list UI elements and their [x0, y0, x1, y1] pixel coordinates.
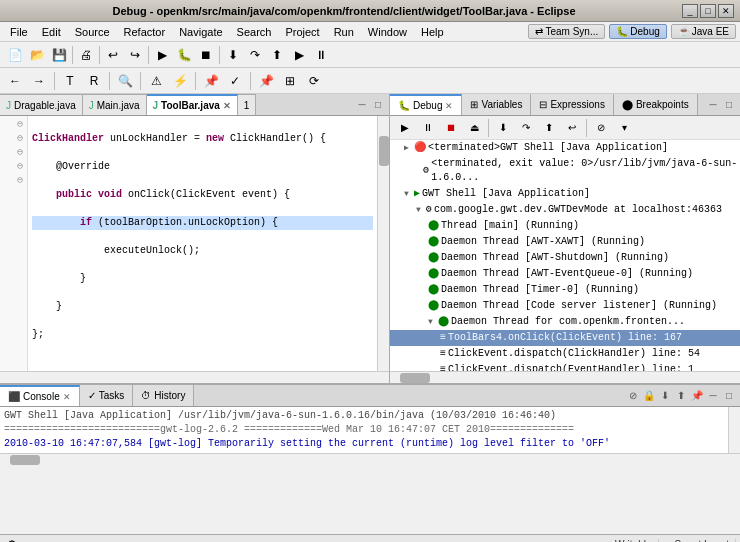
maximize-debug[interactable]: □	[722, 98, 736, 112]
code-editor[interactable]: ⊖ ⊖ ⊖ ⊖ ⊖ ClickHand	[0, 116, 389, 371]
code-content[interactable]: ClickHandler unLockHandler = new ClickHa…	[28, 116, 377, 371]
open-type-button[interactable]: T	[59, 70, 81, 92]
undo-button[interactable]: ↩	[102, 44, 124, 66]
debug-horizontal-scrollbar[interactable]	[390, 371, 740, 383]
tree-item-thread-eventqueue[interactable]: ⬤ Daemon Thread [AWT-EventQueue-0] (Runn…	[390, 266, 740, 282]
tab-toolbar[interactable]: J ToolBar.java ✕	[147, 94, 238, 115]
prev-annotation[interactable]: ⚡	[169, 70, 191, 92]
tab-main[interactable]: J Main.java	[83, 94, 147, 115]
tab-dragable[interactable]: J Dragable.java	[0, 94, 83, 115]
console-pin[interactable]: 📌	[690, 389, 704, 403]
editor-scroll-thumb[interactable]	[379, 136, 389, 166]
debug-suspend-button[interactable]: ⏸	[417, 117, 439, 139]
menu-refactor[interactable]: Refactor	[118, 25, 172, 39]
suspend-button[interactable]: ⏸	[310, 44, 332, 66]
step-over-button[interactable]: ↷	[244, 44, 266, 66]
tree-item-toolbar-onclick[interactable]: ≡ ToolBars4.onClick(ClickEvent) line: 16…	[390, 330, 740, 346]
pin-button[interactable]: 📌	[255, 70, 277, 92]
open-button[interactable]: 📂	[26, 44, 48, 66]
tree-item-thread-codeserver[interactable]: ⬤ Daemon Thread [Code server listener] (…	[390, 298, 740, 314]
debug-tab-breakpoints[interactable]: ⬤ Breakpoints	[614, 94, 698, 115]
window-controls[interactable]: _ □ ✕	[682, 4, 734, 18]
console-clear[interactable]: ⊘	[626, 389, 640, 403]
previous-button[interactable]: ←	[4, 70, 26, 92]
new-button[interactable]: 📄	[4, 44, 26, 66]
debug-step-into[interactable]: ⬇	[492, 117, 514, 139]
debug-disconnect-button[interactable]: ⏏	[463, 117, 485, 139]
console-scroll-lock[interactable]: 🔒	[642, 389, 656, 403]
step-into-button[interactable]: ⬇	[222, 44, 244, 66]
close-button[interactable]: ✕	[718, 4, 734, 18]
tree-item-clickevent-dispatch1[interactable]: ≡ ClickEvent.dispatch(ClickHandler) line…	[390, 346, 740, 362]
menu-source[interactable]: Source	[69, 25, 116, 39]
tasks-button[interactable]: ✓	[224, 70, 246, 92]
minimize-console[interactable]: ─	[706, 389, 720, 403]
debug-stop-button[interactable]: ⏹	[440, 117, 462, 139]
layout-button[interactable]: ⊞	[279, 70, 301, 92]
maximize-button[interactable]: □	[700, 4, 716, 18]
editor-horizontal-scrollbar[interactable]	[0, 371, 389, 383]
tree-item-terminated-path[interactable]: ⚙ <terminated, exit value: 0>/usr/lib/jv…	[390, 156, 740, 186]
history-tab[interactable]: ⏱ History	[133, 385, 194, 406]
arrow-devmode[interactable]	[416, 203, 426, 217]
debug-view-menu[interactable]: ▾	[613, 117, 635, 139]
run-button[interactable]: ▶	[151, 44, 173, 66]
close-console-tab[interactable]: ✕	[63, 392, 71, 402]
debug-drop-frame[interactable]: ↩	[561, 117, 583, 139]
debug-step-return[interactable]: ⬆	[538, 117, 560, 139]
editor-vertical-scrollbar[interactable]	[377, 116, 389, 371]
console-tab[interactable]: ⬛ Console ✕	[0, 385, 80, 406]
tree-item-thread-timer[interactable]: ⬤ Daemon Thread [Timer-0] (Running)	[390, 282, 740, 298]
tree-item-gwt-devmode[interactable]: ⚙ com.google.gwt.dev.GWTDevMode at local…	[390, 202, 740, 218]
close-debug-tab[interactable]: ✕	[445, 101, 453, 111]
menu-file[interactable]: File	[4, 25, 34, 39]
close-toolbar-tab[interactable]: ✕	[223, 101, 231, 111]
tab-overflow[interactable]: 1	[238, 94, 257, 115]
java-ee-perspective[interactable]: ☕ Java EE	[671, 24, 736, 39]
menu-run[interactable]: Run	[328, 25, 360, 39]
tree-item-thread-daemon-openkm[interactable]: ⬤ Daemon Thread for com.openkm.fronten..…	[390, 314, 740, 330]
debug-tab-variables[interactable]: ⊞ Variables	[462, 94, 531, 115]
debug-run-button[interactable]: 🐛	[173, 44, 195, 66]
console-output[interactable]: GWT Shell [Java Application] /usr/lib/jv…	[0, 407, 728, 453]
console-hscroll-thumb[interactable]	[10, 455, 40, 465]
console-scroll-end[interactable]: ⬇	[658, 389, 672, 403]
menu-window[interactable]: Window	[362, 25, 413, 39]
maximize-editor[interactable]: □	[371, 98, 385, 112]
menu-project[interactable]: Project	[279, 25, 325, 39]
tree-item-terminated-gwt[interactable]: 🔴 <terminated>GWT Shell [Java Applicatio…	[390, 140, 740, 156]
tree-item-thread-awt-xawt[interactable]: ⬤ Daemon Thread [AWT-XAWT] (Running)	[390, 234, 740, 250]
team-sync-perspective[interactable]: ⇄ Team Syn...	[528, 24, 605, 39]
menu-search[interactable]: Search	[231, 25, 278, 39]
stop-button[interactable]: ⏹	[195, 44, 217, 66]
debug-hscroll-thumb[interactable]	[400, 373, 430, 383]
debug-tree[interactable]: 🔴 <terminated>GWT Shell [Java Applicatio…	[390, 140, 740, 371]
open-resource-button[interactable]: R	[83, 70, 105, 92]
tree-item-clickevent-dispatch2[interactable]: ≡ ClickEvent.dispatch(EventHandler) line…	[390, 362, 740, 371]
debug-tab-expressions[interactable]: ⊟ Expressions	[531, 94, 613, 115]
arrow-terminated[interactable]	[404, 141, 414, 155]
menu-help[interactable]: Help	[415, 25, 450, 39]
console-scroll-start[interactable]: ⬆	[674, 389, 688, 403]
next-button[interactable]: →	[28, 70, 50, 92]
use-step-filters[interactable]: ⊘	[590, 117, 612, 139]
console-horizontal-scrollbar[interactable]	[0, 453, 740, 465]
tree-item-gwt-shell[interactable]: ▶ GWT Shell [Java Application]	[390, 186, 740, 202]
menu-navigate[interactable]: Navigate	[173, 25, 228, 39]
save-button[interactable]: 💾	[48, 44, 70, 66]
minimize-editor[interactable]: ─	[355, 98, 369, 112]
print-button[interactable]: 🖨	[75, 44, 97, 66]
tree-item-thread-main[interactable]: ⬤ Thread [main] (Running)	[390, 218, 740, 234]
sync-button[interactable]: ⟳	[303, 70, 325, 92]
debug-step-over[interactable]: ↷	[515, 117, 537, 139]
redo-button[interactable]: ↪	[124, 44, 146, 66]
menu-edit[interactable]: Edit	[36, 25, 67, 39]
maximize-console[interactable]: □	[722, 389, 736, 403]
console-vertical-scrollbar[interactable]	[728, 407, 740, 453]
minimize-button[interactable]: _	[682, 4, 698, 18]
debug-resume-button[interactable]: ▶	[394, 117, 416, 139]
arrow-daemon[interactable]	[428, 315, 438, 329]
tasks-tab[interactable]: ✓ Tasks	[80, 385, 134, 406]
debug-tab-debug[interactable]: 🐛 Debug ✕	[390, 94, 462, 115]
arrow-gwt-shell[interactable]	[404, 187, 414, 201]
